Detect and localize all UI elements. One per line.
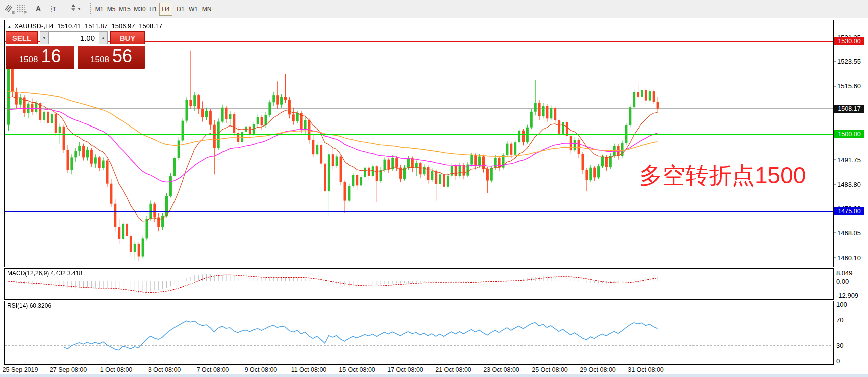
sell-price-base: 1508 [19,55,38,65]
volume-input[interactable] [49,31,99,44]
time-axis-label: 27 Sep 08:00 [50,366,87,373]
time-axis-label: 21 Oct 08:00 [435,366,471,373]
horizontal-line-1475 [5,211,833,212]
time-axis-label: 25 Sep 2019 [3,366,38,373]
macd-label: MACD(12,26,9) 4.432 3.418 [7,270,82,277]
tab-timeframe-w1[interactable]: W1 [187,3,200,16]
macd-indicator-panel: MACD(12,26,9) 4.432 3.418 [4,268,834,300]
chart-text-annotation: 多空转折点1500 [639,164,806,187]
price-badge-1475.00: 1475.00 [834,207,864,215]
time-axis-label: 3 Oct 08:00 [148,366,181,373]
toolbar: E F A T ▾ M1 M5 M15 M30 H1 H4 D1 W1 MN [0,0,868,18]
macd-axis-tick: 0.00 [836,278,849,285]
price-scale-column: 1531.351523.551515.601491.751483.801476.… [833,0,868,377]
sell-price-display[interactable]: 1508 16 [6,46,74,69]
time-axis-label: 23 Oct 08:00 [483,366,519,373]
equidistant-channel-tool-button[interactable]: E [3,2,15,15]
buy-price-big: 56 [112,46,132,67]
ohlc-open: 1510.41 [57,22,81,30]
text-tool-icon: T [51,6,57,12]
ohlc-low: 1506.97 [112,22,135,30]
main-chart-panel: ▲XAUUSD-,H4 1510.41 1511.87 1506.97 1508… [4,20,834,267]
macd-axis-tick: -12.909 [836,291,858,299]
rsi-label: RSI(14) 60.3206 [7,302,51,309]
chevron-down-icon: ▾ [78,7,80,11]
price-axis-tick: 1483.80 [837,180,861,188]
price-badge-1500.00: 1500.00 [834,130,864,138]
rsi-axis-tick: 100 [836,301,847,308]
time-axis-label: 31 Oct 08:00 [628,366,664,373]
sell-button[interactable]: SELL [6,31,38,44]
rsi-axis-tick: 30 [836,342,843,349]
time-axis-label: 11 Oct 08:00 [291,366,327,373]
time-axis-label: 9 Oct 08:00 [245,366,277,373]
arrows-icon [69,4,77,14]
buy-price-display[interactable]: 1508 56 [78,46,145,69]
horizontal-line-1500 [5,134,833,135]
window-bottom-strip [0,374,868,377]
time-axis-label: 29 Oct 08:00 [580,366,616,373]
symbol-timeframe-label: XAUUSD-,H4 [14,22,54,30]
time-axis-label: 17 Oct 08:00 [387,366,423,373]
one-click-trading-panel: SELL ▼ ▲ BUY 1508 16 1508 56 [6,31,146,82]
tab-timeframe-m1[interactable]: M1 [93,3,105,16]
price-axis-tick: 1460.10 [837,254,861,261]
price-axis-tick: 1491.75 [837,156,861,163]
text-label-icon: A [36,5,41,13]
macd-canvas[interactable] [5,269,833,299]
time-axis-label: 7 Oct 08:00 [197,366,229,373]
price-axis-tick: 1515.60 [837,82,861,90]
toolbar-separator [90,3,93,14]
tab-timeframe-mn[interactable]: MN [200,3,214,16]
chart-title: ▲XAUUSD-,H4 1510.41 1511.87 1506.97 1508… [7,22,164,30]
price-axis-tick: 1523.55 [837,58,861,65]
time-axis-label: 25 Oct 08:00 [532,366,568,373]
volume-increase-button[interactable]: ▲ [99,31,108,44]
ohlc-close: 1508.17 [139,22,162,30]
time-axis-label: 1 Oct 08:00 [100,366,133,373]
text-label-tool-button[interactable]: A [32,2,44,15]
price-axis-tick: 1468.05 [837,229,861,236]
rsi-indicator-panel: RSI(14) 60.3206 [4,301,834,365]
collapse-panel-arrow-icon[interactable]: ▲ [7,24,12,29]
macd-axis-tick: 8.049 [836,269,853,276]
volume-decrease-button[interactable]: ▼ [40,31,49,44]
ohlc-high: 1511.87 [85,22,108,30]
fibonacci-tool-button[interactable]: F [15,2,27,15]
text-tool-button[interactable]: T [48,2,60,15]
tool-sub-label: F [24,10,27,15]
buy-button[interactable]: BUY [110,31,145,44]
time-axis-label: 15 Oct 08:00 [339,366,375,373]
rsi-canvas[interactable] [5,301,833,364]
tab-timeframe-h1[interactable]: H1 [147,3,159,16]
arrows-tool-button[interactable]: ▾ [66,2,83,15]
tool-sub-label: E [12,10,15,15]
price-badge-1530.00: 1530.00 [834,37,864,45]
rsi-axis-tick: 70 [836,316,843,324]
tab-timeframe-m15[interactable]: M15 [117,3,132,16]
tab-timeframe-d1[interactable]: D1 [175,3,187,16]
sell-price-big: 16 [41,46,61,67]
tab-timeframe-m30[interactable]: M30 [132,3,147,16]
tab-timeframe-m5[interactable]: M5 [105,3,117,16]
time-axis: 25 Sep 201927 Sep 08:001 Oct 08:003 Oct … [4,365,834,374]
buy-price-base: 1508 [90,55,109,65]
tab-timeframe-h4[interactable]: H4 [159,3,172,16]
rsi-axis-tick: 0 [836,357,840,365]
price-badge-1508.17: 1508.17 [834,105,864,113]
